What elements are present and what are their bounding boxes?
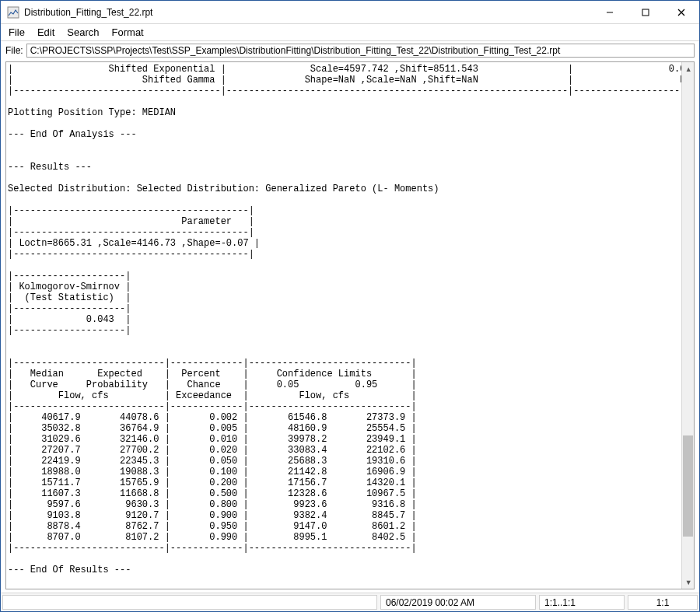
statusbar: 06/02/2019 00:02 AM 1:1..1:1 1:1 <box>1 593 699 611</box>
file-path-bar: File: <box>1 41 699 61</box>
status-timestamp: 06/02/2019 00:02 AM <box>380 595 536 610</box>
report-viewer: | Shifted Exponential | Scale=4597.742 ,… <box>5 61 695 589</box>
report-text[interactable]: | Shifted Exponential | Scale=4597.742 ,… <box>6 62 681 589</box>
titlebar: Distribution_Fitting_Test_22.rpt <box>1 1 699 24</box>
status-zoom: 1:1 <box>628 595 698 610</box>
menu-search[interactable]: Search <box>62 25 103 40</box>
scroll-down-arrow-icon[interactable]: ▼ <box>682 575 694 589</box>
menu-edit[interactable]: Edit <box>33 25 59 40</box>
svg-rect-2 <box>642 9 649 16</box>
file-path-label: File: <box>5 45 23 56</box>
minimize-button[interactable] <box>592 1 628 24</box>
app-icon <box>7 6 19 19</box>
menu-format[interactable]: Format <box>107 25 149 40</box>
close-button[interactable] <box>663 1 699 24</box>
scroll-up-arrow-icon[interactable]: ▲ <box>682 62 694 75</box>
report-scroll[interactable]: | Shifted Exponential | Scale=4597.742 ,… <box>6 62 694 589</box>
maximize-button[interactable] <box>628 1 663 24</box>
scroll-thumb[interactable] <box>683 435 693 537</box>
status-message <box>2 595 377 610</box>
menubar: File Edit Search Format <box>1 24 699 41</box>
file-path-input[interactable] <box>26 44 695 58</box>
status-position: 1:1..1:1 <box>539 595 625 610</box>
vertical-scrollbar[interactable]: ▲ ▼ <box>681 62 694 589</box>
menu-file[interactable]: File <box>4 25 30 40</box>
window-title: Distribution_Fitting_Test_22.rpt <box>24 7 152 18</box>
